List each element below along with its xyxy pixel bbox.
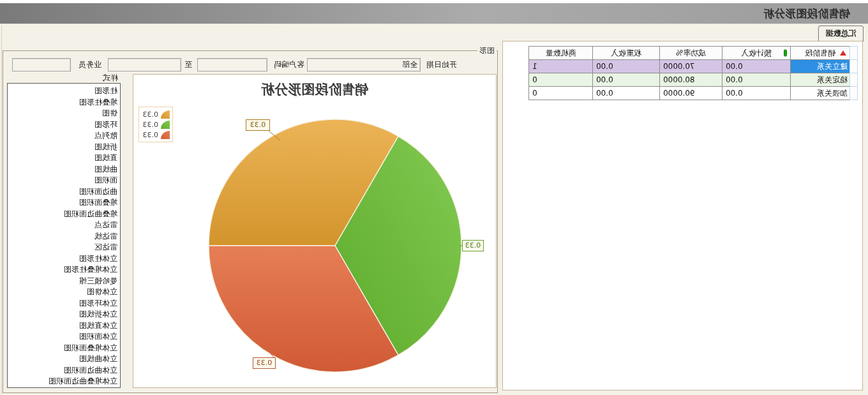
row-indicator[interactable] (850, 73, 858, 87)
style-list-item[interactable]: 立体柱形图 (8, 253, 120, 265)
window-edge (1, 26, 2, 394)
cell-value[interactable]: 0.00 (722, 87, 791, 100)
cell-value[interactable]: 90.0000 (660, 87, 722, 100)
title-bar: 销售阶段图形分析 (0, 3, 868, 24)
data-label-green: 0.33 (462, 240, 484, 251)
pie-chart (132, 75, 496, 389)
sort-asc-icon (840, 50, 846, 56)
style-list-item[interactable]: 立体堆叠柱形图 (8, 264, 120, 276)
style-list-item[interactable]: 环形图 (8, 119, 120, 131)
style-label: 样式 (103, 73, 118, 84)
customer-code-label: 客户编码 (274, 58, 304, 71)
table-row[interactable]: 加强关系0.0090.00000.000 (529, 87, 858, 100)
cell-value[interactable]: 0.00 (593, 60, 660, 73)
cell-value[interactable]: 70.0000 (660, 60, 722, 73)
customer-from-input[interactable] (197, 58, 267, 71)
style-list-item[interactable]: 曼哈顿三维 (8, 276, 120, 287)
customer-to-input[interactable] (108, 58, 181, 71)
style-list-item[interactable]: 饼图 (8, 108, 120, 119)
legend-value: 0.33 (143, 110, 159, 119)
tab-summary-data[interactable]: 汇总数据 (818, 26, 864, 41)
cell-value[interactable]: 0 (529, 87, 593, 100)
column-header-2[interactable]: 成功率% (660, 47, 722, 60)
legend-item: 0.33 (142, 109, 170, 119)
column-header-3[interactable]: 权重收入 (593, 47, 660, 60)
style-list-item[interactable]: 立体饼图 (8, 287, 120, 298)
style-list-item[interactable]: 面积图 (8, 175, 120, 186)
column-header-1[interactable]: 预计收入 (722, 47, 791, 60)
chart-groupbox: 图形 开始日期 全部 客户编码 至 业务员 (3, 50, 498, 393)
cell-value[interactable]: 1 (529, 60, 593, 73)
style-list-item[interactable]: 散列点 (8, 130, 120, 142)
cell-stage[interactable]: 稳定关系 (791, 73, 850, 87)
legend-value: 0.33 (143, 131, 159, 139)
page-title: 销售阶段图形分析 (763, 3, 850, 24)
column-header-label: 预计收入 (741, 48, 772, 57)
style-list-item[interactable]: 柱形图 (8, 86, 120, 97)
style-list-item[interactable]: 直线图 (8, 153, 120, 164)
mirrored-viewport: 销售阶段图形分析 汇总数据 销售阶段预计收入成功率%权重收入商机数量 建立关系0… (0, 0, 868, 395)
style-list-item[interactable]: 堆叠面积图 (8, 197, 120, 209)
style-list-item[interactable]: 曲边面积图 (8, 186, 120, 198)
style-list-item[interactable]: 立体曲边面积图 (8, 365, 120, 376)
style-list-item[interactable]: 立体曲线图 (8, 354, 120, 365)
legend-item: 0.33 (142, 119, 170, 130)
style-list-item[interactable]: 堆叠柱形图 (8, 97, 120, 108)
cell-value[interactable]: 0.00 (722, 60, 791, 73)
row-indicator[interactable] (850, 60, 858, 73)
groupbox-legend: 图形 (477, 45, 497, 56)
table-row[interactable]: 稳定关系0.0080.00000.000 (529, 73, 858, 87)
legend-swatch-icon (161, 110, 170, 119)
chart-style-list[interactable]: 柱形图堆叠柱形图饼图环形图散列点折线图直线图曲线图面积图曲边面积图堆叠面积图堆叠… (7, 83, 121, 388)
column-header-0[interactable]: 销售阶段 (791, 47, 850, 60)
style-list-item[interactable]: 折线图 (8, 142, 120, 153)
column-header-label: 权重收入 (611, 48, 641, 57)
legend-item: 0.33 (142, 130, 170, 140)
style-list-item[interactable]: 曲线图 (8, 164, 120, 175)
chart-panel: 销售阶段图形分析 0.33 0.33 0.33 0.330.330.33 (133, 74, 497, 388)
to-label: 至 (184, 58, 192, 71)
legend-swatch-icon (161, 121, 170, 129)
style-list-item[interactable]: 堆叠曲边面积图 (8, 209, 120, 220)
filter-flag-icon (784, 50, 787, 57)
cell-stage[interactable]: 建立关系 (791, 60, 850, 73)
legend-value: 0.33 (143, 121, 159, 129)
cell-value[interactable]: 0.00 (593, 73, 660, 87)
style-list-item[interactable]: 立体面积图 (8, 331, 120, 343)
table-row[interactable]: 建立关系0.0070.00000.001 (529, 60, 858, 73)
column-header-label: 销售阶段 (805, 48, 835, 57)
cell-value[interactable]: 80.0000 (660, 73, 722, 87)
chart-title: 销售阶段图形分析 (133, 80, 496, 98)
style-list-item[interactable]: 立体直线图 (8, 320, 120, 332)
style-list-item[interactable]: 立体环形图 (8, 298, 120, 309)
row-indicator-header (850, 47, 858, 60)
column-header-label: 成功率% (676, 48, 706, 57)
style-list-item[interactable]: 雷达点 (8, 220, 120, 231)
style-list-item[interactable]: 立体堆叠面积图 (8, 343, 120, 354)
style-list-item[interactable]: 立体堆叠曲边面积图 (8, 376, 120, 387)
chart-legend: 0.330.330.33 (138, 107, 173, 142)
sales-stage-grid: 销售阶段预计收入成功率%权重收入商机数量 建立关系0.0070.00000.00… (528, 46, 858, 100)
style-list-item[interactable]: 雷达区 (8, 242, 120, 253)
salesman-label: 业务员 (79, 58, 101, 71)
data-label-orange: 0.33 (246, 119, 270, 131)
start-date-label: 开始日期 (426, 58, 457, 71)
column-header-label: 商机数量 (546, 48, 576, 57)
salesman-input[interactable] (12, 58, 71, 71)
cell-value[interactable]: 0.00 (722, 73, 791, 87)
cell-stage[interactable]: 加强关系 (791, 87, 850, 100)
cell-value[interactable]: 0.00 (593, 87, 660, 100)
start-date-field[interactable]: 全部 (307, 58, 421, 71)
summary-table-panel: 销售阶段预计收入成功率%权重收入商机数量 建立关系0.0070.00000.00… (502, 41, 863, 391)
style-list-item[interactable]: 立体折线图 (8, 309, 120, 320)
row-indicator[interactable] (850, 87, 858, 100)
column-header-4[interactable]: 商机数量 (529, 47, 593, 60)
style-list-item[interactable]: 雷达线 (8, 231, 120, 242)
grid-header-row: 销售阶段预计收入成功率%权重收入商机数量 (529, 47, 858, 60)
data-label-red: 0.33 (253, 357, 276, 369)
cell-value[interactable]: 0 (529, 73, 593, 87)
legend-swatch-icon (161, 131, 170, 139)
